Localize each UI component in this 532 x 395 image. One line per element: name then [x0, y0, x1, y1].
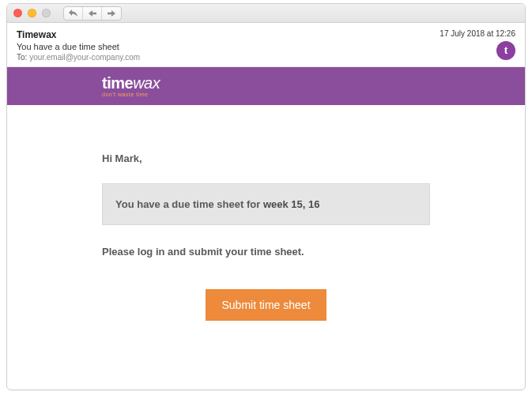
close-window-button[interactable] — [13, 9, 22, 17]
recipient-address: your.email@your-company.com — [29, 53, 140, 62]
avatar-letter: t — [504, 44, 508, 57]
sender-name: Timewax — [17, 29, 140, 40]
nav-button-group — [63, 6, 122, 21]
forward-button[interactable] — [102, 7, 121, 20]
zoom-window-button[interactable] — [42, 9, 51, 17]
instruction-text: Please log in and submit your time sheet… — [102, 246, 430, 258]
sender-avatar: t — [496, 41, 515, 60]
submit-timesheet-button[interactable]: Submit time sheet — [206, 289, 326, 321]
email-body: Hi Mark, You have a due time sheet for w… — [7, 105, 525, 337]
brand-tagline: don't waste time — [102, 92, 160, 97]
brand-logo: timewax don't waste time — [102, 75, 160, 97]
greeting: Hi Mark, — [102, 152, 430, 164]
notice-weeks: week 15, 16 — [263, 198, 320, 210]
email-window: Timewax You have a due time sheet To: yo… — [6, 3, 526, 390]
email-date: 17 July 2018 at 12:26 — [440, 29, 515, 38]
window-titlebar — [7, 4, 525, 23]
to-label: To: — [17, 53, 27, 62]
window-controls — [13, 9, 51, 17]
minimize-window-button[interactable] — [28, 9, 36, 17]
notice-text: You have a due time sheet for — [115, 198, 263, 210]
email-header: Timewax You have a due time sheet To: yo… — [7, 23, 525, 67]
email-subject: You have a due time sheet — [17, 42, 140, 51]
reply-button[interactable] — [64, 7, 83, 20]
brand-header: timewax don't waste time — [7, 67, 525, 105]
due-notice-box: You have a due time sheet for week 15, 1… — [102, 183, 430, 225]
email-content: timewax don't waste time Hi Mark, You ha… — [7, 67, 525, 389]
brand-name: timewax — [102, 75, 160, 91]
back-button[interactable] — [83, 7, 102, 20]
recipient-line: To: your.email@your-company.com — [17, 53, 140, 62]
